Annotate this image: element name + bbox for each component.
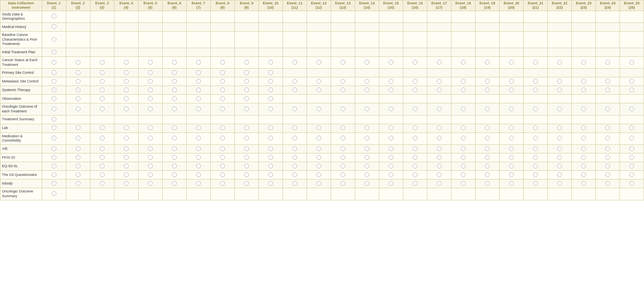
radio-btn-r15-c18[interactable]	[485, 164, 490, 168]
radio-btn-r7-c12[interactable]	[341, 88, 345, 92]
radio-btn-r11-c24[interactable]	[629, 125, 634, 130]
cell-r13-c21[interactable]	[547, 145, 571, 153]
cell-r16-c6[interactable]	[186, 171, 210, 179]
radio-btn-r9-c19[interactable]	[509, 106, 514, 111]
radio-btn-r15-c9[interactable]	[268, 164, 273, 168]
cell-r4-c15[interactable]	[403, 57, 427, 69]
cell-r14-c12[interactable]	[331, 153, 355, 162]
cell-r8-c7[interactable]	[210, 95, 234, 103]
cell-r9-c9[interactable]	[258, 103, 283, 115]
radio-btn-r14-c20[interactable]	[533, 155, 538, 160]
radio-btn-r13-c19[interactable]	[509, 146, 514, 151]
radio-btn-r4-c18[interactable]	[485, 60, 490, 65]
radio-btn-r15-c1[interactable]	[76, 164, 80, 168]
radio-btn-r9-c20[interactable]	[533, 106, 538, 111]
radio-btn-r13-c10[interactable]	[292, 146, 297, 151]
radio-btn-r5-c7[interactable]	[220, 70, 225, 75]
radio-btn-r17-c10[interactable]	[292, 181, 297, 186]
cell-r12-c22[interactable]	[571, 133, 595, 144]
cell-r5-c3[interactable]	[114, 69, 138, 77]
radio-btn-r16-c1[interactable]	[76, 172, 80, 177]
cell-r9-c12[interactable]	[331, 103, 355, 115]
radio-btn-r4-c1[interactable]	[76, 60, 80, 65]
radio-btn-r17-c6[interactable]	[196, 181, 201, 186]
cell-r16-c12[interactable]	[331, 171, 355, 179]
radio-btn-r16-c11[interactable]	[316, 172, 321, 177]
radio-btn-r16-c12[interactable]	[341, 172, 345, 177]
cell-r7-c5[interactable]	[162, 86, 186, 95]
radio-btn-r16-c15[interactable]	[413, 172, 417, 177]
radio-btn-r12-c3[interactable]	[124, 136, 129, 140]
radio-btn-r15-c7[interactable]	[220, 164, 225, 168]
radio-btn-r15-c16[interactable]	[437, 164, 442, 168]
cell-r4-c2[interactable]	[90, 57, 114, 69]
cell-r17-c22[interactable]	[571, 179, 595, 188]
cell-r15-c7[interactable]	[210, 162, 234, 171]
cell-r6-c10[interactable]	[283, 77, 307, 86]
radio-btn-r6-c8[interactable]	[244, 79, 249, 84]
cell-r15-c12[interactable]	[331, 162, 355, 171]
radio-btn-r9-c3[interactable]	[124, 106, 129, 111]
cell-r12-c12[interactable]	[331, 133, 355, 144]
radio-btn-r13-c1[interactable]	[76, 146, 80, 151]
cell-r17-c21[interactable]	[547, 179, 571, 188]
radio-btn-r14-c19[interactable]	[509, 155, 514, 160]
cell-r8-c9[interactable]	[258, 95, 283, 103]
cell-r15-c9[interactable]	[258, 162, 283, 171]
radio-btn-r12-c0[interactable]	[52, 136, 56, 140]
cell-r2-c0[interactable]	[42, 31, 66, 48]
cell-r8-c4[interactable]	[138, 95, 162, 103]
cell-r4-c8[interactable]	[234, 57, 258, 69]
radio-btn-r9-c0[interactable]	[52, 106, 56, 111]
cell-r14-c24[interactable]	[620, 153, 644, 162]
cell-r7-c14[interactable]	[379, 86, 403, 95]
cell-r6-c12[interactable]	[331, 77, 355, 86]
cell-r4-c22[interactable]	[571, 57, 595, 69]
cell-r17-c2[interactable]	[90, 179, 114, 188]
cell-r7-c7[interactable]	[210, 86, 234, 95]
radio-btn-r9-c13[interactable]	[365, 106, 369, 111]
cell-r13-c23[interactable]	[595, 145, 620, 153]
cell-r6-c11[interactable]	[307, 77, 331, 86]
cell-r10-c0[interactable]	[42, 115, 66, 124]
radio-btn-r12-c19[interactable]	[509, 136, 514, 140]
radio-btn-r11-c2[interactable]	[100, 125, 105, 130]
cell-r6-c15[interactable]	[403, 77, 427, 86]
radio-btn-r17-c5[interactable]	[172, 181, 177, 186]
cell-r13-c10[interactable]	[283, 145, 307, 153]
radio-btn-r15-c2[interactable]	[100, 164, 105, 168]
cell-r14-c0[interactable]	[42, 153, 66, 162]
radio-btn-r5-c3[interactable]	[124, 70, 129, 75]
cell-r16-c14[interactable]	[379, 171, 403, 179]
cell-r15-c14[interactable]	[379, 162, 403, 171]
cell-r13-c24[interactable]	[620, 145, 644, 153]
cell-r14-c21[interactable]	[547, 153, 571, 162]
radio-btn-r13-c13[interactable]	[365, 146, 369, 151]
cell-r15-c24[interactable]	[620, 162, 644, 171]
radio-btn-r16-c2[interactable]	[100, 172, 105, 177]
radio-btn-r7-c2[interactable]	[100, 88, 105, 92]
radio-btn-r7-c1[interactable]	[76, 88, 80, 92]
radio-btn-r12-c24[interactable]	[629, 136, 634, 140]
cell-r9-c19[interactable]	[499, 103, 523, 115]
cell-r17-c6[interactable]	[186, 179, 210, 188]
radio-btn-r6-c17[interactable]	[461, 79, 466, 84]
radio-btn-r15-c22[interactable]	[581, 164, 586, 168]
radio-btn-r12-c4[interactable]	[148, 136, 153, 140]
radio-btn-r9-c18[interactable]	[485, 106, 490, 111]
radio-btn-r4-c20[interactable]	[533, 60, 538, 65]
radio-btn-r6-c1[interactable]	[76, 79, 80, 84]
radio-btn-r14-c17[interactable]	[461, 155, 466, 160]
radio-btn-r12-c2[interactable]	[100, 136, 105, 140]
cell-r9-c21[interactable]	[547, 103, 571, 115]
cell-r7-c9[interactable]	[258, 86, 283, 95]
cell-r13-c4[interactable]	[138, 145, 162, 153]
radio-btn-r4-c21[interactable]	[557, 60, 562, 65]
radio-btn-r17-c8[interactable]	[244, 181, 249, 186]
radio-btn-r13-c5[interactable]	[172, 146, 177, 151]
cell-r12-c23[interactable]	[595, 133, 620, 144]
radio-btn-r11-c4[interactable]	[148, 125, 153, 130]
radio-btn-r4-c2[interactable]	[100, 60, 105, 65]
radio-btn-r6-c5[interactable]	[172, 79, 177, 84]
cell-r17-c1[interactable]	[66, 179, 90, 188]
